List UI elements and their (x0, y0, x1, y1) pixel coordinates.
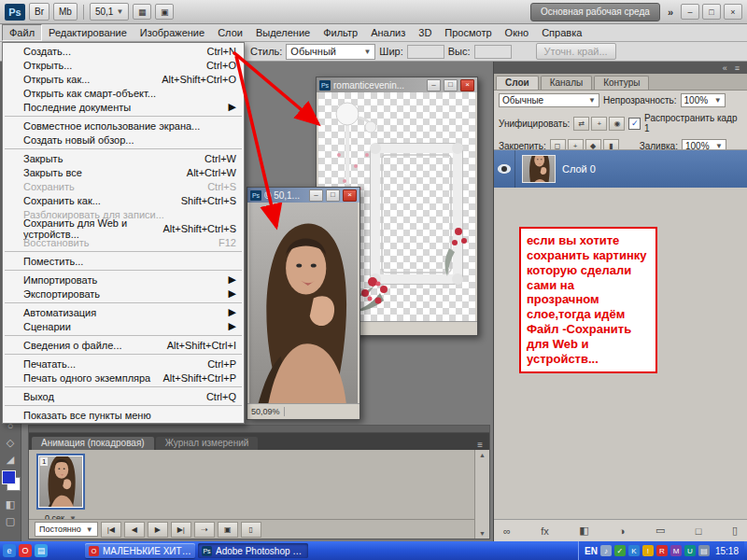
file-menu-item[interactable]: Сценарии▶ (3, 319, 244, 333)
browser-icon[interactable]: e (3, 544, 16, 557)
eyedropper-tool-icon[interactable]: ◢ (0, 454, 21, 466)
hand-tool-icon[interactable]: ◇ (0, 437, 21, 449)
minimize-button[interactable]: – (427, 79, 441, 91)
r-app-icon[interactable]: R (656, 545, 668, 556)
panel-tab[interactable]: Контуры (594, 76, 649, 90)
new-layer-icon[interactable]: □ (696, 525, 702, 537)
messenger-icon[interactable]: K (628, 545, 640, 556)
arrange-documents-icon[interactable]: ▣ (155, 4, 174, 20)
u-app-icon[interactable]: U (684, 545, 696, 556)
document-window-portrait[interactable]: Ps © 50,1... – □ × 50,09% (247, 187, 360, 420)
language-indicator[interactable]: EN (585, 546, 598, 556)
taskbar-task[interactable]: PsAdobe Photoshop CS... (198, 543, 308, 558)
file-menu-item[interactable]: Импортировать▶ (3, 273, 244, 287)
mini-bridge-button[interactable]: Mb (53, 3, 78, 21)
document-title-bar[interactable]: Ps romanticevenin... – □ × (317, 77, 477, 92)
file-menu-item[interactable]: Экспортировать▶ (3, 287, 244, 301)
layer-mask-icon[interactable]: ◧ (579, 525, 588, 537)
first-frame-button[interactable]: |◀ (101, 522, 121, 538)
duplicate-frame-button[interactable]: ▣ (218, 522, 238, 538)
height-input[interactable] (474, 45, 512, 59)
file-menu-item[interactable]: Открыть...Ctrl+O (3, 58, 244, 72)
panel-menu-icon[interactable]: ≡ (735, 63, 740, 73)
file-menu-item[interactable]: ЗакрытьCtrl+W (3, 151, 244, 165)
layer-thumbnail[interactable] (522, 155, 556, 183)
screen-mode-icon[interactable]: ▢ (0, 515, 21, 527)
file-menu-item[interactable]: Сведения о файле...Alt+Shift+Ctrl+I (3, 338, 244, 352)
clock[interactable]: 15:18 (715, 546, 739, 556)
play-button[interactable]: ▶ (148, 522, 168, 538)
menubar-item[interactable]: Окно (499, 24, 536, 41)
animation-frame[interactable]: 1 (36, 454, 85, 510)
width-input[interactable] (407, 45, 444, 59)
panel-drag-grip[interactable] (29, 426, 489, 433)
layer-style-icon[interactable]: fx (541, 525, 549, 537)
file-menu-item[interactable]: Открыть как...Alt+Shift+Ctrl+O (3, 72, 244, 86)
menubar-item[interactable]: Анализ (364, 24, 412, 41)
file-menu-item[interactable]: Сохранить для Web и устройств...Alt+Shif… (3, 221, 244, 235)
overflow-chevron[interactable]: » (664, 7, 677, 18)
menubar-item[interactable]: Изображение (134, 24, 211, 41)
file-menu-item[interactable]: Показать все пункты меню (3, 408, 244, 422)
panel-tab[interactable]: Журнал измерений (156, 437, 259, 450)
bridge-button[interactable]: Br (29, 3, 49, 21)
close-button[interactable]: × (343, 189, 357, 202)
file-menu-item[interactable]: Печатать...Ctrl+P (3, 357, 244, 371)
file-menu-item[interactable]: Автоматизация▶ (3, 305, 244, 319)
opera-icon[interactable]: O (19, 544, 32, 557)
close-button[interactable]: × (724, 4, 742, 20)
quick-mask-icon[interactable]: ◧ (0, 498, 21, 511)
workspace-switcher-button[interactable]: Основная рабочая среда (530, 3, 660, 21)
unify-position-icon[interactable]: ⇄ (573, 117, 589, 131)
visibility-toggle[interactable] (494, 150, 515, 188)
unify-visibility-icon[interactable]: + (591, 117, 607, 131)
scroll-down-icon[interactable]: ▼ (479, 530, 486, 537)
tween-button[interactable]: ⇢ (194, 522, 215, 538)
panel-tab[interactable]: Каналы (541, 76, 593, 90)
menubar-item[interactable]: 3D (412, 24, 438, 41)
next-frame-button[interactable]: ▶| (171, 522, 191, 538)
file-menu-item[interactable]: Открыть как смарт-объект... (3, 86, 244, 100)
file-menu-item[interactable]: Создать...Ctrl+N (3, 44, 244, 58)
maximize-button[interactable]: □ (326, 189, 340, 202)
propagate-frame-checkbox[interactable]: ✓ (628, 118, 641, 130)
antivirus-icon[interactable]: ✓ (614, 545, 626, 556)
panel-tab[interactable]: Анимация (покадровая) (32, 437, 154, 450)
style-dropdown[interactable]: Обычный▼ (286, 44, 375, 60)
document-canvas[interactable] (249, 203, 358, 404)
menubar-item[interactable]: Файл (2, 24, 42, 41)
file-menu-item[interactable]: Сохранить как...Shift+Ctrl+S (3, 193, 244, 207)
file-menu-item[interactable]: Совместное использование экрана... (3, 119, 244, 133)
file-menu-item[interactable]: Последние документы▶ (3, 100, 244, 114)
zoom-percentage[interactable]: 50,09% (251, 407, 280, 416)
menubar-item[interactable]: Фильтр (317, 24, 364, 41)
foreground-color-swatch[interactable] (2, 470, 16, 484)
file-menu-item[interactable]: Печать одного экземпляраAlt+Shift+Ctrl+P (3, 371, 244, 385)
adjustment-layer-icon[interactable]: ◑ (619, 525, 626, 537)
layer-row[interactable]: Слой 0 (494, 150, 747, 188)
minimize-button[interactable]: – (681, 4, 699, 20)
layer-group-icon[interactable]: ▭ (655, 525, 665, 537)
menubar-item[interactable]: Просмотр (438, 24, 498, 41)
panel-tab[interactable]: Слои (496, 76, 539, 90)
animation-scrollbar[interactable]: ▲ ▼ (474, 450, 489, 539)
menubar-item[interactable]: Справка (535, 24, 588, 41)
menubar-item[interactable]: Слои (211, 24, 249, 41)
panel-menu-icon[interactable]: ≡ (473, 440, 486, 450)
opacity-dropdown[interactable]: 100%▼ (681, 93, 726, 107)
menubar-item[interactable]: Редактирование (42, 24, 134, 41)
document-title-bar[interactable]: Ps © 50,1... – □ × (247, 188, 359, 203)
close-button[interactable]: × (460, 79, 474, 91)
network-icon[interactable]: ▤ (698, 545, 710, 556)
blend-mode-dropdown[interactable]: Обычные▼ (499, 93, 599, 107)
view-extras-icon[interactable]: ▦ (133, 4, 151, 20)
delete-frame-button[interactable]: ▯ (241, 522, 261, 538)
layer-name[interactable]: Слой 0 (562, 163, 596, 175)
file-menu-item[interactable]: Создать новый обзор... (3, 133, 244, 147)
maximize-button[interactable]: □ (444, 79, 458, 91)
file-menu-item[interactable]: ВыходCtrl+Q (3, 389, 244, 403)
show-desktop-icon[interactable]: ▤ (35, 544, 48, 557)
unify-style-icon[interactable]: ◉ (609, 117, 625, 131)
scroll-up-icon[interactable]: ▲ (479, 452, 486, 458)
menubar-item[interactable]: Выделение (249, 24, 317, 41)
